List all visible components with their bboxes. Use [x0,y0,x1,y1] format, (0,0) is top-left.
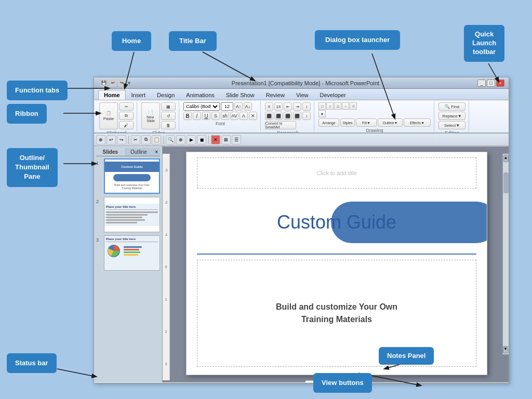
tab-insert[interactable]: Insert [126,90,152,100]
tb-icon-6[interactable]: 📋 [152,135,161,144]
tb-red-icon[interactable]: ✕ [211,135,220,144]
align-left-button[interactable]: ⬛ [265,112,273,120]
font-size-input[interactable] [221,102,233,111]
scroll-down-button[interactable]: ▼ [503,346,508,353]
tb-icon-4[interactable]: ✂ [131,135,140,144]
bold-button[interactable]: B [183,112,192,120]
align-center-button[interactable]: ⬛ [274,112,283,120]
outline-tab[interactable]: Outline [125,148,153,156]
font-name-select[interactable]: Calibri (Body) [183,102,220,111]
fontcolor-button[interactable]: A [240,112,248,120]
shape-3[interactable]: △ [334,102,341,110]
tab-animations[interactable]: Animations [180,90,220,100]
justify-button[interactable]: ⬛ [293,112,301,120]
scroll-up-button[interactable]: ▲ [503,155,509,162]
cut-button[interactable]: ✂ [119,102,134,111]
slide-canvas-area: Click to add title Custom Guide B [163,147,509,380]
slide-content-box[interactable]: Build and customize Your OwnTraining Mat… [197,260,476,367]
select-button[interactable]: Select▼ [438,121,466,129]
align-right-button[interactable]: ⬛ [284,112,292,120]
arrange-button[interactable]: Arrange [318,118,339,127]
quick-launch-area[interactable]: 💾 ↩ ↪ ▼ [98,79,134,87]
tb-icon-2[interactable]: ↩ [107,135,116,144]
shadow-button[interactable]: sh [221,112,229,120]
tb-icon-8[interactable]: ⊕ [176,135,185,144]
shape-1[interactable]: □ [318,102,326,110]
drawing-label: Drawing [366,128,383,133]
strikethrough-button[interactable]: S [211,112,220,120]
slide-thumb-2[interactable]: 2 Place your title here [96,197,160,232]
ql-dropdown[interactable]: ▼ [127,81,131,86]
tab-developer[interactable]: Developer [314,90,352,100]
slides-tab[interactable]: Slides [96,148,125,156]
shape-more[interactable]: ▼ [318,110,326,117]
indent-increase-button[interactable]: ⇥ [293,102,301,111]
tab-review[interactable]: Review [260,90,290,100]
smartart-button[interactable]: Convert to SmartArt [265,121,296,129]
minimize-button[interactable]: _ [477,79,486,87]
quick-styles-button[interactable]: Styles [340,118,355,127]
underline-button[interactable]: U [202,112,210,120]
format-painter-button[interactable]: 🖌 [119,121,134,129]
window-controls[interactable]: _ □ × [477,79,504,87]
tb-icon-7[interactable]: 🔍 [166,135,175,144]
slide-num-2: 2 [96,197,102,204]
italic-button[interactable]: I [193,112,201,120]
shape-2[interactable]: ○ [326,102,334,110]
save-icon[interactable]: 💾 [100,79,108,87]
thumb2-line3 [106,217,142,218]
bullets-button[interactable]: ≡ [265,102,273,111]
slide-thumb-img-1[interactable]: Custom Guide Build and customize Your Ow… [104,158,160,194]
shape-outline-button[interactable]: Outline▼ [378,118,403,127]
redo-icon[interactable]: ↪ [118,79,125,87]
new-slide-button[interactable]: 📄 NewSlide [141,102,160,129]
shape-4[interactable]: → [342,102,349,110]
tab-design[interactable]: Design [151,90,180,100]
shape-effects-button[interactable]: Effects▼ [404,118,431,127]
reset-button[interactable]: ↺ [161,112,176,120]
find-button[interactable]: 🔍 Find [438,102,466,111]
shape-fill-button[interactable]: Fill▼ [356,118,377,127]
shape-5[interactable]: ◇ [350,102,357,110]
indent-decrease-button[interactable]: ⇤ [284,102,292,111]
dialog-box-launcher-label: Dialog box launcher [325,36,390,44]
maximize-button[interactable]: □ [487,79,495,87]
linespacing-button[interactable]: ↕ [302,112,311,120]
replace-button[interactable]: Replace▼ [438,112,466,120]
tb-icon-3[interactable]: ↪ [117,135,126,144]
increase-font-button[interactable]: A↑ [234,102,243,111]
copy-button[interactable]: ⧉ [119,112,134,120]
clearformat-button[interactable]: ✕ [249,112,257,120]
tb-icon-12[interactable]: ☰ [232,135,241,144]
vertical-scrollbar[interactable]: ▲ ▼ [502,154,509,354]
tb-icon-1[interactable]: ⊕ [96,135,105,144]
paste-button[interactable]: 📋 Paste [99,102,118,129]
charspacing-button[interactable]: AV [230,112,238,120]
close-button[interactable]: × [496,79,504,87]
tb-icon-5[interactable]: ⧉ [141,135,151,144]
slide-thumb-1[interactable]: 1 Custom Guide Build and customize Your … [96,158,160,194]
close-panel-button[interactable]: × [153,148,160,156]
decrease-font-button[interactable]: A↓ [244,102,252,111]
slide-top-box[interactable]: Click to add title [197,157,476,189]
scrollbar-thumb[interactable] [503,172,509,193]
layout-button[interactable]: ▦ [161,102,176,111]
ribbon-body: 📋 Paste ✂ ⧉ 🖌 Clipboard 📄 NewSlide ▦ [94,100,509,134]
tb-icon-10[interactable]: ◼ [197,135,206,144]
tb-icon-9[interactable]: ▶ [187,135,196,144]
delete-button[interactable]: 🗑 [161,121,176,129]
tab-view[interactable]: View [290,90,314,100]
tb-icon-11[interactable]: ⊠ [221,135,231,144]
slide-thumb-img-2[interactable]: Place your title here [104,197,160,232]
tab-home[interactable]: Home [98,90,126,100]
numbering-button[interactable]: 1≡ [274,102,283,111]
clipboard-buttons: 📋 Paste ✂ ⧉ 🖌 [99,102,134,129]
tab-slideshow[interactable]: Slide Show [220,90,260,100]
undo-icon[interactable]: ↩ [109,79,116,87]
thumb1-header: Custom Guide [105,162,159,172]
notes-panel-label: Notes Panel [387,352,425,360]
slide-thumb-img-3[interactable]: Place your title here [104,235,160,271]
slide-num-3: 3 [96,235,102,243]
slide-thumb-3[interactable]: 3 Place your title here [96,235,160,271]
textdirection-button[interactable]: ↕ [302,102,311,111]
